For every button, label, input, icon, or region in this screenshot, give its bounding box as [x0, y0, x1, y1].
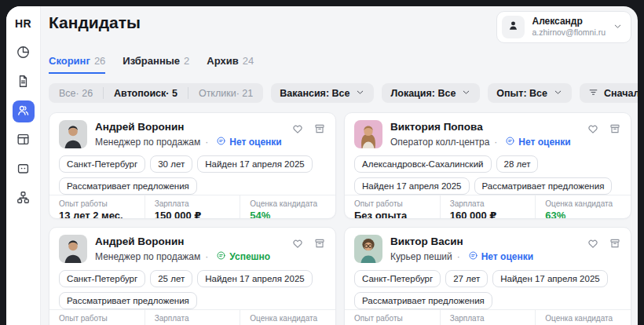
tag-list: Александровск-Сахалинский 28 лет Найден …	[354, 155, 621, 195]
sidebar-item-candidates[interactable]	[13, 100, 35, 122]
tag: Найден 17 апреля 2025	[197, 270, 313, 287]
candidate-identity: Виктор Васин Курьер пеший Нет оценки	[390, 235, 579, 263]
location-filter-dropdown[interactable]: Локация: Все	[382, 83, 480, 103]
stat-value: 63%	[545, 210, 621, 219]
candidate-role: Курьер пеший	[390, 251, 452, 262]
sidebar-item-documents[interactable]	[13, 71, 35, 93]
stat-experience: Опыт работы Без опыта	[345, 195, 440, 219]
tag: 30 лет	[150, 155, 192, 173]
experience-filter-dropdown[interactable]: Опыт: Все	[488, 83, 572, 103]
app-logo: HR	[15, 17, 31, 30]
stat-label: Оценка кандидата	[250, 199, 326, 208]
stat-salary: Зарплата 150 000 ₽	[440, 310, 536, 325]
stat-label: Оценка кандидата	[545, 314, 621, 323]
candidate-identity: Виктория Попова Оператор колл-центра Нет…	[390, 120, 579, 148]
tag: Найден 17 апреля 2025	[197, 155, 313, 173]
people-icon	[16, 103, 31, 121]
segment-all[interactable]: Все26	[49, 83, 103, 103]
stat-experience: Опыт работы 12 лет	[345, 310, 440, 325]
chevron-down-icon	[461, 87, 471, 100]
stat-experience: Опыт работы 13 лет 2 мес.	[49, 195, 145, 219]
tab-label: Избранные	[123, 55, 180, 67]
candidate-card[interactable]: Виктор Васин Курьер пеший Нет оценки	[344, 227, 631, 325]
sort-dropdown[interactable]: Сначала: Новые	[580, 83, 638, 103]
tag: 25 лет	[150, 270, 192, 287]
favorite-button[interactable]	[587, 122, 599, 148]
candidate-name: Виктория Попова	[390, 121, 579, 133]
card-top: Виктория Попова Оператор колл-центра Нет…	[345, 113, 631, 195]
source-segmented-control: Все26 Автопоиск5 Отклики21	[49, 83, 263, 103]
stat-label: Опыт работы	[354, 314, 430, 323]
candidate-card[interactable]: Виктория Попова Оператор колл-центра Нет…	[344, 112, 631, 219]
tag: Рассматривает предложения	[59, 177, 197, 195]
chevron-down-icon	[553, 87, 563, 100]
tab-scoring[interactable]: Скоринг 26	[49, 55, 105, 74]
status-label: Нет оценки	[481, 251, 533, 262]
archive-button[interactable]	[313, 122, 326, 148]
stat-value: 150 000 ₽	[155, 210, 231, 219]
candidate-card[interactable]: Андрей Воронин Менеджер по продажам Успе…	[49, 227, 336, 325]
segment-responses[interactable]: Отклики21	[188, 83, 263, 103]
stat-experience: Опыт работы Без опыта	[49, 310, 145, 325]
card-stats: Опыт работы Без опыта Зарплата 160 000 ₽…	[345, 195, 631, 219]
sidebar-item-board[interactable]	[13, 130, 35, 152]
card-actions	[291, 120, 326, 148]
favorite-button[interactable]	[587, 237, 599, 263]
favorite-button[interactable]	[291, 122, 304, 148]
stat-label: Зарплата	[450, 314, 526, 323]
candidate-role-row: Менеджер по продажам Успешно	[95, 250, 284, 263]
status-badge[interactable]: Нет оценки	[452, 250, 533, 263]
status-badge[interactable]: Нет оценки	[200, 136, 281, 148]
candidate-role: Менеджер по продажам	[95, 251, 200, 262]
user-name: Александр	[532, 16, 606, 27]
stat-label: Опыт работы	[59, 199, 135, 208]
tab-label: Архив	[207, 55, 238, 67]
tab-favorites[interactable]: Избранные 2	[123, 55, 189, 74]
favorite-button[interactable]	[291, 237, 304, 263]
stat-label: Опыт работы	[354, 199, 430, 208]
archive-icon	[313, 122, 326, 135]
vacancy-filter-dropdown[interactable]: Вакансия: Все	[271, 83, 374, 103]
segment-autosearch[interactable]: Автопоиск5	[104, 83, 188, 103]
status-badge[interactable]: Успешно	[200, 250, 270, 263]
segment-label: Все	[59, 88, 76, 99]
stat-score: Оценка кандидата 28%	[535, 310, 631, 325]
card-stats: Опыт работы 13 лет 2 мес. Зарплата 150 0…	[49, 195, 335, 219]
archive-button[interactable]	[609, 237, 621, 263]
sidebar-item-bot[interactable]	[13, 159, 35, 181]
card-header: Виктор Васин Курьер пеший Нет оценки	[354, 235, 621, 263]
tab-archive[interactable]: Архив 24	[207, 55, 254, 74]
tag: Санкт-Петербург	[354, 270, 441, 287]
stat-score: Оценка кандидата 54%	[240, 195, 335, 219]
status-label: Нет оценки	[229, 137, 281, 148]
tag: Александровск-Сахалинский	[354, 155, 492, 173]
sidebar-item-analytics[interactable]	[13, 42, 35, 64]
card-actions	[291, 235, 326, 263]
person-icon	[507, 19, 520, 35]
status-badge[interactable]: Нет оценки	[489, 136, 570, 148]
page-title: Кандидаты	[49, 13, 141, 32]
card-top: Виктор Васин Курьер пеший Нет оценки	[345, 228, 631, 309]
card-top: Андрей Воронин Менеджер по продажам Успе…	[49, 228, 335, 309]
card-header: Виктория Попова Оператор колл-центра Нет…	[354, 120, 621, 148]
app-window: HR Кандидаты	[6, 6, 638, 325]
card-stats: Опыт работы 12 лет Зарплата 150 000 ₽ Оц…	[345, 309, 631, 325]
candidate-card[interactable]: Андрей Воронин Менеджер по продажам Нет …	[49, 112, 336, 219]
layout-board-icon	[16, 132, 31, 150]
tab-count: 2	[184, 55, 189, 67]
tag: Санкт-Петербург	[59, 155, 145, 173]
sidebar-item-structure[interactable]	[13, 188, 35, 210]
tag-list: Санкт-Петербург 27 лет Найден 17 апреля …	[354, 270, 621, 309]
card-stats: Опыт работы Без опыта Зарплата Не указан…	[49, 309, 335, 325]
tag-list: Санкт-Петербург 30 лет Найден 17 апреля …	[59, 155, 326, 195]
score-status-icon	[216, 136, 226, 148]
heart-icon	[291, 122, 304, 135]
user-menu[interactable]: Александр a.zhirnov@flomni.ru	[496, 11, 631, 43]
card-actions	[587, 120, 621, 148]
archive-icon	[313, 237, 326, 250]
archive-icon	[609, 237, 621, 250]
archive-button[interactable]	[609, 122, 621, 148]
user-avatar	[502, 16, 525, 38]
stat-salary: Зарплата 150 000 ₽	[145, 195, 240, 219]
archive-button[interactable]	[313, 237, 326, 263]
